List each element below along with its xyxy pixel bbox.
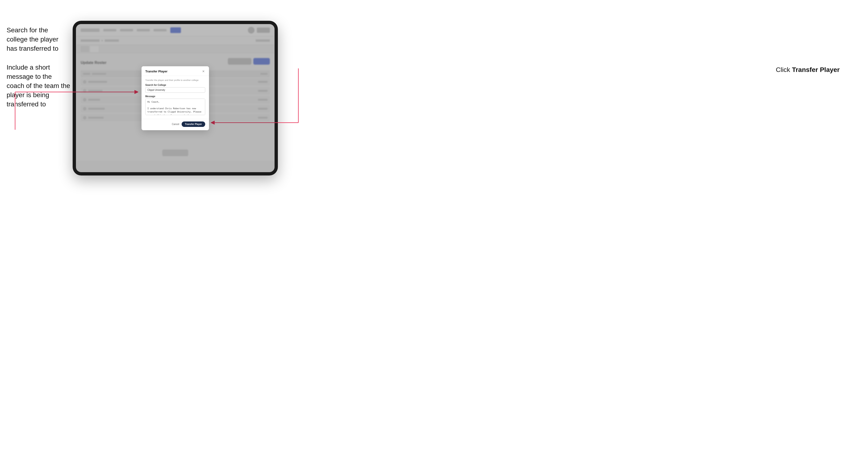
modal-body: Transfer the player and their profile to…: [142, 76, 209, 119]
annotation-right: Click Transfer Player: [776, 66, 840, 73]
annotation-click-text: Click: [776, 66, 792, 73]
transfer-player-modal: Transfer Player ✕ Transfer the player an…: [142, 66, 209, 130]
search-college-label: Search for College: [145, 84, 205, 86]
search-college-input[interactable]: [145, 87, 205, 93]
modal-title: Transfer Player: [145, 69, 167, 73]
modal-header: Transfer Player ✕: [142, 66, 209, 76]
annotation-message-text: Include a short message to the coach of …: [7, 64, 70, 108]
modal-close-button[interactable]: ✕: [202, 69, 205, 73]
transfer-player-button[interactable]: Transfer Player: [182, 121, 205, 127]
message-label: Message: [145, 95, 205, 98]
tablet-frame: Update Roster: [73, 21, 278, 176]
tablet-screen: Update Roster: [76, 24, 275, 172]
modal-overlay: Transfer Player ✕ Transfer the player an…: [76, 24, 275, 172]
message-textarea[interactable]: [145, 99, 205, 115]
modal-subtitle: Transfer the player and their profile to…: [145, 79, 205, 81]
annotation-left: Search for the college the player has tr…: [7, 26, 70, 109]
annotation-search-text: Search for the college the player has tr…: [7, 26, 58, 52]
annotation-transfer-bold: Transfer Player: [792, 66, 840, 73]
cancel-button[interactable]: Cancel: [172, 123, 179, 125]
modal-footer: Cancel Transfer Player: [142, 119, 209, 130]
